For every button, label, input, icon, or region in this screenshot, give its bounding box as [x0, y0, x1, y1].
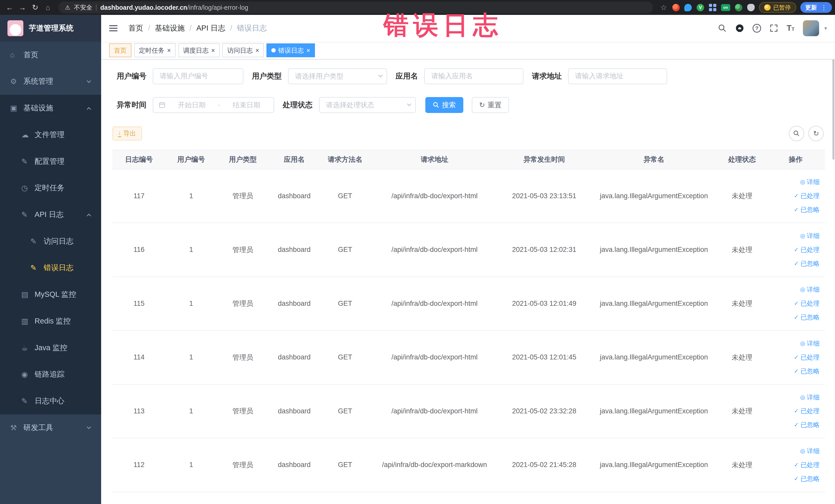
search-icon[interactable] [718, 24, 727, 32]
breadcrumb-item[interactable]: 基础设施 [155, 23, 185, 33]
cell-exception-time: 2021-05-02 23:32:28 [498, 384, 590, 438]
processed-link[interactable]: ✓已处理 [770, 297, 820, 310]
tag-访问日志[interactable]: 访问日志× [222, 43, 264, 57]
breadcrumb-item[interactable]: 首页 [128, 23, 143, 33]
close-icon[interactable]: × [167, 47, 171, 54]
sidebar-logo[interactable]: 芋道管理系统 [0, 15, 101, 42]
processed-link[interactable]: ✓已处理 [770, 404, 820, 418]
column-header: 用户编号 [166, 150, 217, 169]
tag-定时任务[interactable]: 定时任务× [134, 43, 176, 57]
cell-exception-time: 2021-05-03 12:01:49 [498, 277, 590, 331]
refresh-table-button[interactable]: ↻ [808, 126, 824, 141]
navbar-right: ? TT ▾ [718, 20, 827, 36]
processed-link[interactable]: ✓已处理 [770, 458, 820, 472]
ignored-link[interactable]: ✓已忽略 [770, 418, 820, 432]
chevron-up-icon [87, 107, 91, 112]
extension-leaf-icon[interactable] [735, 4, 742, 11]
ignored-link[interactable]: ✓已忽略 [770, 364, 820, 378]
detail-link[interactable]: ◎详细 [770, 337, 820, 350]
chevron-down-icon [378, 73, 383, 78]
tag-错误日志[interactable]: 错误日志× [266, 43, 315, 57]
ignored-link[interactable]: ✓已忽略 [770, 257, 820, 270]
sidebar-item-file[interactable]: ☁文件管理 [0, 121, 101, 148]
view-icon: ◎ [800, 337, 805, 350]
sidebar-item-log-center[interactable]: ✎日志中心 [0, 388, 101, 415]
ignored-link[interactable]: ✓已忽略 [770, 310, 820, 324]
sidebar-item-access-log[interactable]: ✎访问日志 [0, 228, 101, 255]
extension-grid-icon[interactable] [709, 4, 716, 11]
close-icon[interactable]: × [211, 47, 215, 54]
update-button[interactable]: 更新 ⋮ [800, 2, 832, 13]
toggle-search-button[interactable] [789, 126, 804, 141]
request-url-input[interactable] [568, 68, 667, 84]
cell-log-id: 115 [113, 277, 166, 331]
cell-log-id: 117 [113, 169, 166, 223]
chevron-down-icon [87, 425, 91, 429]
tag-调度日志[interactable]: 调度日志× [178, 43, 220, 57]
sidebar-item-trace[interactable]: ◉链路追踪 [0, 361, 101, 388]
detail-link[interactable]: ◎详细 [770, 390, 820, 404]
help-icon[interactable]: ? [753, 24, 761, 32]
hamburger-icon[interactable] [109, 23, 120, 33]
process-status-select[interactable]: 请选择处理状态 [319, 97, 416, 113]
sidebar-item-system[interactable]: ⚙系统管理 [0, 68, 101, 95]
sidebar-item-config[interactable]: ✎配置管理 [0, 148, 101, 175]
forward-icon[interactable]: → [16, 1, 29, 14]
exception-time-range-picker[interactable]: 开始日期 - 结束日期 [153, 97, 274, 113]
detail-link[interactable]: ◎详细 [770, 175, 820, 189]
sidebar-item-java[interactable]: ☕Java 监控 [0, 335, 101, 361]
processed-link[interactable]: ✓已处理 [770, 243, 820, 257]
ignored-link[interactable]: ✓已忽略 [770, 472, 820, 486]
paused-badge[interactable]: 已暂停 [759, 2, 796, 13]
user-avatar[interactable] [803, 20, 819, 36]
sidebar-item-dev-tools[interactable]: ⚒研发工具 [0, 415, 101, 441]
sidebar-item-api-log[interactable]: ✎API 日志 [0, 201, 101, 228]
detail-link[interactable]: ◎详细 [770, 283, 820, 297]
extension-paw-icon[interactable] [747, 4, 755, 11]
close-icon[interactable]: × [256, 47, 259, 54]
close-icon[interactable]: × [306, 47, 310, 54]
processed-link[interactable]: ✓已处理 [770, 350, 820, 364]
extension-on-badge-icon[interactable]: on [721, 4, 730, 11]
cell-request-method: GET [320, 330, 371, 384]
sidebar-item-home[interactable]: ⌂首页 [0, 42, 101, 68]
reset-refresh-icon: ↻ [479, 101, 485, 109]
tag-首页[interactable]: 首页 [109, 43, 131, 57]
extension-red-icon[interactable] [672, 4, 680, 11]
avatar-caret-down-icon[interactable]: ▾ [824, 25, 827, 31]
fullscreen-icon[interactable] [770, 24, 778, 32]
font-size-icon[interactable]: TT [787, 24, 794, 32]
extension-v-icon[interactable]: V [697, 4, 704, 11]
reset-button[interactable]: ↻ 重置 [472, 97, 509, 113]
filter-app-name: 应用名 [395, 68, 523, 84]
address-bar[interactable]: ⚠ 不安全 dashboard.yudao.iocoder.cn/infra/l… [59, 2, 653, 13]
user-id-input[interactable] [153, 68, 243, 84]
sidebar-item-job[interactable]: ◷定时任务 [0, 175, 101, 201]
main-area: 首页/基础设施/API 日志/错误日志 ? TT [101, 15, 835, 504]
sidebar-item-error-log[interactable]: ✎错误日志 [0, 255, 101, 281]
table-row: 1141管理员dashboardGET/api/infra/db-doc/exp… [113, 330, 825, 384]
sidebar-item-infra[interactable]: ▣基础设施 [0, 95, 101, 121]
extension-drop-icon[interactable] [684, 4, 692, 11]
browser-home-icon[interactable]: ⌂ [42, 1, 55, 14]
cell-request-url: /api/infra/db-doc/export-html [371, 277, 498, 331]
app-name-input[interactable] [424, 68, 523, 84]
paused-badge-label: 已暂停 [773, 4, 791, 12]
sidebar-item-label: 基础设施 [23, 103, 53, 113]
export-button[interactable]: ↓ 导出 [113, 126, 142, 140]
cell-log-id: 114 [113, 330, 166, 384]
detail-link[interactable]: ◎详细 [770, 444, 820, 458]
sidebar-item-mysql[interactable]: ▤MySQL 监控 [0, 281, 101, 308]
bookmark-star-icon[interactable]: ☆ [657, 1, 670, 14]
processed-link[interactable]: ✓已处理 [770, 189, 820, 203]
detail-link[interactable]: ◎详细 [770, 229, 820, 243]
back-icon[interactable]: ← [3, 1, 16, 14]
user-type-select[interactable]: 请选择用户类型 [288, 68, 387, 84]
ignored-link[interactable]: ✓已忽略 [770, 203, 820, 217]
scrollbar-track [832, 15, 835, 504]
breadcrumb-item[interactable]: API 日志 [196, 23, 225, 33]
search-button[interactable]: 搜索 [425, 97, 463, 113]
github-icon[interactable] [735, 24, 744, 33]
reload-icon[interactable]: ↻ [29, 1, 42, 14]
sidebar-item-redis[interactable]: ▥Redis 监控 [0, 308, 101, 335]
